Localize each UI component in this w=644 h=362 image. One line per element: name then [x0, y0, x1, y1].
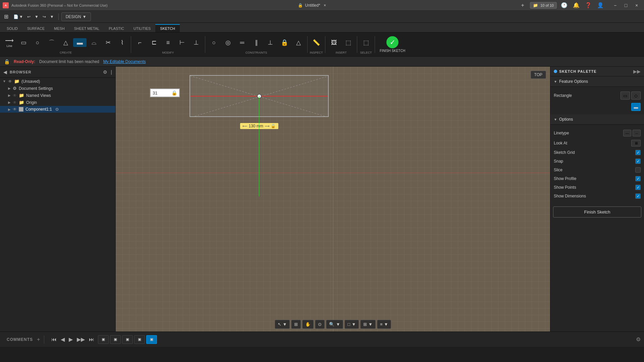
extend-btn[interactable]: ⊥: [190, 38, 203, 47]
undo-btn[interactable]: ↩: [25, 13, 32, 20]
dim-value: 130 mm: [249, 124, 263, 128]
break-btn[interactable]: ⊢: [175, 38, 189, 47]
offset-btn[interactable]: ⊏: [147, 38, 161, 47]
tangent-btn[interactable]: △: [292, 38, 305, 47]
close-btn[interactable]: ×: [632, 2, 641, 9]
timeline-item-2[interactable]: ▣: [110, 335, 121, 344]
timeline-item-1[interactable]: ▣: [98, 335, 109, 344]
equal-btn[interactable]: ═: [235, 38, 249, 47]
sidebar-item-component[interactable]: ▶ 👁 Component1:1 ⊙: [0, 106, 115, 113]
insert-dxf-btn[interactable]: ⬚: [341, 38, 355, 47]
my-editable-docs-link[interactable]: My Editable Documents: [103, 59, 146, 64]
finish-sketch-ribbon-btn[interactable]: ✓ FINISH SKETCH: [377, 35, 408, 54]
app-menu-btn[interactable]: ⊞: [2, 12, 10, 21]
corner-icon: ⌐: [138, 40, 142, 46]
play-next-btn[interactable]: ▶▶: [76, 335, 86, 344]
corner-btn[interactable]: ⌐: [133, 38, 147, 47]
tab-solid[interactable]: SOLID: [2, 24, 22, 32]
wave-btn[interactable]: ⌇: [115, 38, 129, 47]
tab-mesh[interactable]: MESH: [49, 24, 69, 32]
line-btn[interactable]: ⟶Line: [3, 36, 16, 49]
show-profile-checkbox[interactable]: ✓: [635, 176, 641, 181]
show-dimensions-checkbox[interactable]: ✓: [635, 193, 641, 199]
undo-arrow[interactable]: ▼: [33, 13, 40, 20]
new-tab-btn[interactable]: +: [518, 2, 527, 9]
play-last-btn[interactable]: ⏭: [88, 336, 95, 344]
select-nav-btn[interactable]: ↖ ▼: [275, 320, 290, 329]
timeline-settings-btn[interactable]: ⚙: [636, 336, 641, 343]
rect-type-1-btn[interactable]: ▭: [621, 92, 630, 100]
display-mode-btn[interactable]: □ ▼: [344, 320, 359, 329]
play-prev-btn[interactable]: ◀: [60, 335, 66, 344]
file-btn[interactable]: 📄 ▼: [12, 13, 25, 20]
lock-btn[interactable]: 🔒: [278, 38, 291, 47]
sidebar-collapse-btn[interactable]: ◀: [3, 69, 8, 75]
close-doc-btn[interactable]: ×: [322, 3, 328, 8]
tab-surface[interactable]: SURFACE: [22, 24, 49, 32]
zoom-btn[interactable]: 🔍 ▼: [326, 320, 343, 329]
grid-display-btn[interactable]: ⊞: [291, 320, 301, 329]
tab-utilities[interactable]: UTILITIES: [129, 24, 155, 32]
look-at-btn[interactable]: 🖥: [631, 140, 641, 146]
clock-btn[interactable]: 🕐: [559, 2, 569, 9]
sketch-value-input[interactable]: 31: [153, 90, 169, 96]
sidebar-item-named-views[interactable]: ▶ 👁 📁 Named Views: [0, 92, 115, 99]
circle-btn[interactable]: ○: [31, 38, 44, 47]
bell-btn[interactable]: 🔔: [572, 2, 581, 9]
show-points-checkbox[interactable]: ✓: [635, 185, 641, 190]
add-comment-btn[interactable]: +: [37, 337, 40, 343]
section-create: ⟶Line ▭ ○ ⌒ △ ▬ ⌓ ✂ ⌇ CREATE: [3, 34, 129, 55]
project-btn[interactable]: ≡: [161, 38, 175, 47]
minimize-btn[interactable]: −: [610, 2, 620, 9]
insert-image-btn[interactable]: 🖼: [327, 38, 341, 47]
sidebar-settings-btn[interactable]: ⚙: [102, 69, 108, 75]
scissors-btn[interactable]: ✂: [101, 38, 115, 47]
feature-options-header[interactable]: ▼ Feature Options: [550, 76, 644, 87]
timeline-item-5[interactable]: ▣: [146, 335, 157, 344]
perp-btn[interactable]: ⊥: [264, 38, 277, 47]
triangle-btn[interactable]: △: [59, 38, 72, 47]
redo-arrow[interactable]: ▼: [48, 13, 56, 20]
play-btn[interactable]: ▶: [68, 335, 74, 344]
right-finish-sketch-btn[interactable]: Finish Sketch: [553, 206, 641, 218]
sidebar-pin-btn[interactable]: |: [110, 69, 113, 75]
sidebar-item-doc-settings[interactable]: ▶ ⚙ Document Settings: [0, 85, 115, 92]
orbit-btn[interactable]: ⊙: [315, 320, 325, 329]
tab-sheet-metal[interactable]: SHEET METAL: [69, 24, 104, 32]
design-menu-btn[interactable]: DESIGN ▼: [61, 12, 91, 21]
linetype-solid-btn[interactable]: —: [623, 130, 631, 136]
linetype-dashed-btn[interactable]: --: [633, 130, 641, 136]
rectangle-row: Rectangle ▭ ◇: [554, 90, 641, 101]
arc-btn[interactable]: ⌒: [45, 38, 58, 47]
select-btn[interactable]: ⬚: [359, 38, 373, 47]
help-btn[interactable]: ❓: [584, 2, 593, 9]
rectangle-active-btn[interactable]: ▬: [73, 38, 87, 47]
options-header[interactable]: ▼ Options: [550, 114, 644, 125]
user-btn[interactable]: 👤: [596, 2, 605, 9]
measure-btn[interactable]: 📏: [310, 38, 323, 47]
sketch-grid-checkbox[interactable]: ✓: [635, 150, 641, 155]
timeline-item-3[interactable]: ▣: [122, 335, 133, 344]
palette-expand-btn[interactable]: ▶▶: [633, 69, 641, 74]
rect-type-2-btn[interactable]: ◇: [631, 92, 641, 100]
horiz-constraint-btn[interactable]: ○: [207, 38, 221, 47]
tab-plastic[interactable]: PLASTIC: [104, 24, 129, 32]
pan-btn[interactable]: ✋: [302, 320, 314, 329]
sidebar-item-unsaved[interactable]: ▼ 👁 📁 (Unsaved): [0, 78, 115, 85]
circ-constraint-btn[interactable]: ◎: [221, 38, 235, 47]
sketch-input-box[interactable]: 31 🔒: [150, 88, 180, 97]
maximize-btn[interactable]: □: [621, 2, 631, 9]
curve-btn[interactable]: ⌓: [87, 38, 101, 47]
play-first-btn[interactable]: ⏮: [50, 336, 58, 344]
parallel-btn[interactable]: ∥: [250, 38, 263, 47]
tab-sketch[interactable]: SKETCH: [155, 24, 180, 32]
rect-btn[interactable]: ▭: [17, 38, 30, 47]
sidebar-item-origin[interactable]: ▶ 👁 📁 Origin: [0, 99, 115, 106]
redo-btn[interactable]: ↪: [41, 13, 48, 20]
slice-checkbox[interactable]: [635, 167, 641, 173]
timeline-item-4[interactable]: ▣: [134, 335, 145, 344]
canvas-area[interactable]: 31 🔒 ⟵ 130 mm ⟶ 🔒 TOP ↖ ▼ ⊞: [116, 67, 550, 331]
snap-checkbox[interactable]: ✓: [635, 159, 641, 164]
view-cube-btn[interactable]: ⊞ ▼: [360, 320, 376, 329]
layout-btn[interactable]: ≡ ▼: [377, 320, 391, 329]
